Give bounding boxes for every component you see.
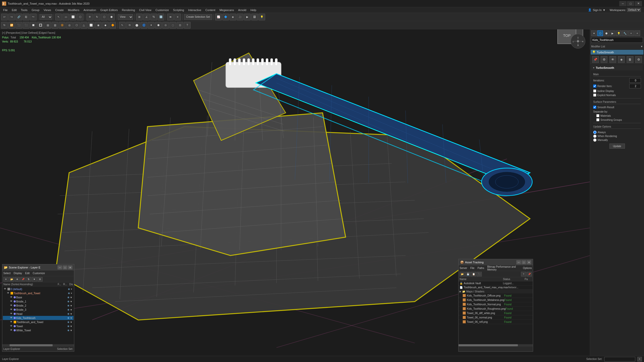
explicit-normals-checkbox[interactable] [593, 94, 596, 97]
scene-explorer-restore-button[interactable]: □ [63, 265, 67, 270]
tb2-btn-7[interactable]: ▤ [44, 22, 51, 29]
menu-file[interactable]: File [1, 8, 10, 12]
select-region-button[interactable]: ▭ [62, 14, 69, 20]
iterations-input[interactable]: 0 [629, 78, 641, 83]
at-tb-2[interactable]: 💾 [465, 272, 470, 276]
scene-explorer-scrollbar-thumb[interactable] [10, 344, 53, 346]
sign-in-button[interactable]: Sign In [593, 9, 601, 12]
rp-create-button[interactable]: ✦ [591, 30, 597, 36]
menu-civil-view[interactable]: Civil View [137, 8, 153, 12]
tree-item-base[interactable]: 👁 Base ❄ ▼ [3, 295, 74, 299]
filter-dropdown[interactable]: All [39, 14, 52, 20]
bind-space-warp-button[interactable]: 〜 [30, 14, 37, 20]
at-tb-4[interactable]: ⬛ [477, 272, 482, 276]
render-iters-checkbox[interactable] [593, 85, 596, 88]
at-menu-paths[interactable]: Paths [478, 267, 484, 270]
menu-views[interactable]: Views [42, 8, 53, 12]
at-row-maxfile[interactable]: 📄 Toothbrush_and_Towel_max_vray.max Netw… [459, 285, 533, 290]
object-name-input[interactable]: Kids_Toothbrush [591, 37, 643, 43]
se-tb-close[interactable]: ✕ [3, 277, 9, 282]
tree-item-kids-toothbrush[interactable]: 👁 Kids_Toothbrush ❄ ▼ [3, 316, 74, 320]
snap-toggle-button[interactable]: ⊞ [136, 14, 143, 20]
at-row-vault[interactable]: 🔒 Autodesk Vault Logged... [459, 281, 533, 285]
modifier-list-dropdown[interactable]: ▼ [640, 45, 643, 48]
selection-set-input[interactable] [604, 357, 635, 361]
menu-customize[interactable]: Customize [153, 8, 171, 12]
tb2-btn-16[interactable]: 🔶 [109, 22, 116, 29]
tb2-btn-25[interactable]: ⊡ [177, 22, 183, 29]
create-selection-set-button[interactable]: Create Selection Set [184, 14, 212, 20]
select-rotate-button[interactable]: ↻ [94, 14, 100, 20]
at-row-normal[interactable]: Kids_Toothbrush_Normal.png Found [459, 302, 533, 307]
tree-item-layer0[interactable]: 👁 0 (default) ❄ ▼ [3, 287, 74, 291]
render-iters-input[interactable]: 2 [629, 84, 641, 88]
at-tb-3[interactable]: 📋 [471, 272, 476, 276]
at-close-button[interactable]: ✕ [527, 260, 531, 264]
modifier-turbosmooth[interactable]: 💡 TurboSmooth [591, 50, 643, 55]
isoline-checkbox[interactable] [593, 89, 596, 92]
undo-button[interactable]: ↩ [1, 14, 8, 20]
at-row-towel-refl[interactable]: Towel_06_refl.png Found [459, 320, 533, 324]
tree-item-bristle3[interactable]: 👁 Bristle_3 ❄ ▼ [3, 308, 74, 312]
se-tb-filter[interactable]: ▼ [32, 277, 37, 282]
window-crossing-button[interactable]: ⬜ [70, 14, 76, 20]
tb2-btn-12[interactable]: △ [80, 22, 87, 29]
menu-edit[interactable]: Edit [10, 8, 19, 12]
rp-hierarchy-button[interactable]: ⬢ [604, 30, 609, 36]
at-row-towel-diff[interactable]: Towel_06_diff_white.png Found [459, 311, 533, 315]
at-horizontal-scrollbar[interactable] [459, 344, 533, 346]
se-menu-select[interactable]: Select [3, 272, 11, 275]
menu-arnold[interactable]: Arnold [236, 8, 248, 12]
tree-item-towel[interactable]: 👁 Towel ❄ ▼ [3, 324, 74, 328]
tb2-btn-4[interactable]: ⬛ [23, 22, 29, 29]
at-scrollbar-thumb[interactable] [459, 344, 518, 346]
tree-item-head[interactable]: 👁 Head ❄ ▼ [3, 312, 74, 316]
at-menu-options[interactable]: Options [523, 267, 532, 270]
select-move-button[interactable]: ✛ [86, 14, 93, 20]
mirror-button[interactable]: ⬌ [167, 14, 174, 20]
unlink-button[interactable]: ⛓ [23, 14, 29, 20]
tree-item-white-towel[interactable]: 👁 White_Towel ❄ ▼ [3, 328, 74, 332]
tb2-btn-5[interactable]: 🔲 [30, 22, 37, 29]
tree-item-toothbrush-towel[interactable]: 👁 Toothbrush_and_Towel ❄ ▼ [3, 320, 74, 324]
menu-scripting[interactable]: Scripting [171, 8, 186, 12]
tb2-btn-14[interactable]: ◉ [95, 22, 102, 29]
tb2-btn-17[interactable]: ↖ [119, 22, 126, 29]
tree-item-bristle2[interactable]: 👁 Bristle_2 ❄ ▼ [3, 304, 74, 308]
manually-radio[interactable] [593, 138, 597, 142]
se-tb-options[interactable]: ⚙ [37, 277, 43, 282]
modifier-settings-button[interactable]: ⚙ [601, 56, 607, 63]
se-menu-customize[interactable]: Customize [33, 272, 45, 275]
tb2-btn-11[interactable]: ⬡ [73, 22, 80, 29]
update-button[interactable]: Update [609, 144, 625, 149]
tb2-btn-1[interactable]: ↻ [1, 22, 8, 29]
rp-modify-button[interactable]: ⬡ [597, 30, 603, 36]
tb2-btn-19[interactable]: ⬤ [133, 22, 140, 29]
tb2-btn-9[interactable]: 🔆 [59, 22, 66, 29]
se-tb-expand[interactable]: 📂 [9, 277, 14, 282]
scene-explorer-close-button[interactable]: ✕ [68, 265, 72, 270]
minimize-button[interactable]: ─ [619, 1, 626, 6]
at-row-diffuse[interactable]: Kids_Toothbrush_Diffuse.png Found [459, 293, 533, 298]
pin-modifier-button[interactable]: 📌 [592, 56, 599, 63]
menu-animation[interactable]: Animation [81, 8, 98, 12]
angle-snap-button[interactable]: ∠ [143, 14, 150, 20]
curve-editor-button[interactable]: 📈 [215, 14, 222, 20]
maximize-button[interactable]: □ [627, 1, 634, 6]
tb2-btn-26[interactable]: ? [184, 22, 191, 29]
rp-motion-button[interactable]: ▶ [610, 30, 615, 36]
at-row-roughness[interactable]: Kids_Toothbrush_Roughness.png Found [459, 307, 533, 311]
navigation-gizmo[interactable]: T B L R [570, 33, 586, 49]
se-menu-display[interactable]: Display [14, 272, 22, 275]
tb2-btn-18[interactable]: ⟲ [126, 22, 133, 29]
tb2-btn-8[interactable]: ▥ [52, 22, 58, 29]
when-rendering-radio[interactable] [593, 134, 597, 138]
tb2-btn-22[interactable]: ⬟ [155, 22, 162, 29]
rp-extra-button[interactable]: + [628, 30, 634, 36]
tb2-btn-10[interactable]: ◎ [66, 22, 73, 29]
at-menu-server[interactable]: Server [460, 267, 467, 270]
se-tb-pin[interactable]: 📌 [20, 277, 26, 282]
tb2-btn-3[interactable]: ⬛ [15, 22, 22, 29]
menu-group[interactable]: Group [29, 8, 42, 12]
tb2-btn-15[interactable]: ◆ [102, 22, 109, 29]
